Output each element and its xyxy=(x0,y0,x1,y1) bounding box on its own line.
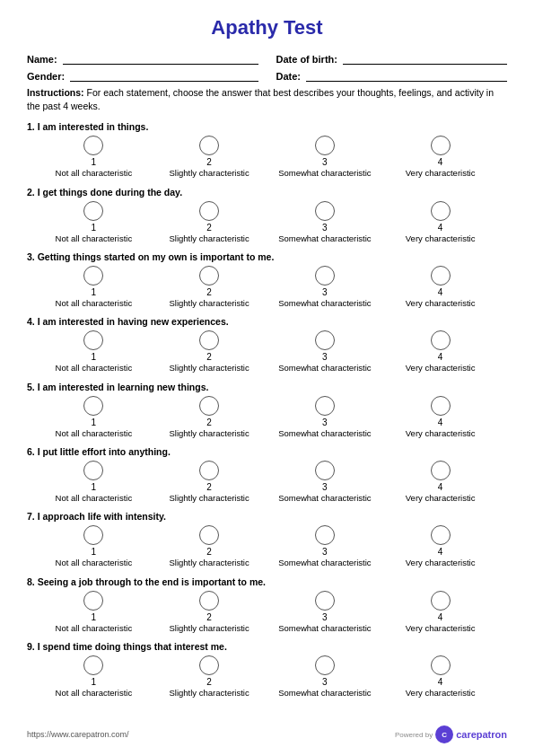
question-6-option-3: 3Somewhat characteristic xyxy=(276,461,374,504)
option-label-3: Somewhat characteristic xyxy=(278,298,371,309)
radio-q1-opt1[interactable] xyxy=(83,136,103,155)
radio-q5-opt4[interactable] xyxy=(431,396,451,416)
option-number-3: 3 xyxy=(322,612,328,622)
radio-q3-opt3[interactable] xyxy=(315,266,335,286)
radio-q6-opt3[interactable] xyxy=(315,461,335,480)
question-9-label: 9. I spend time doing things that intere… xyxy=(27,641,507,652)
radio-q7-opt4[interactable] xyxy=(431,525,451,545)
option-label-2: Slightly characteristic xyxy=(170,688,249,699)
dob-input[interactable] xyxy=(343,52,507,65)
radio-q4-opt3[interactable] xyxy=(315,330,335,350)
radio-q7-opt2[interactable] xyxy=(199,525,219,545)
question-6-option-4: 4Very characteristic xyxy=(391,461,490,504)
radio-q3-opt1[interactable] xyxy=(83,266,103,286)
option-number-1: 1 xyxy=(92,157,97,167)
question-5-option-2: 2Slightly characteristic xyxy=(160,396,258,439)
option-number-4: 4 xyxy=(438,612,443,622)
question-5-option-3: 3Somewhat characteristic xyxy=(276,396,374,439)
option-number-3: 3 xyxy=(322,157,328,167)
option-number-4: 4 xyxy=(438,547,443,557)
radio-q4-opt4[interactable] xyxy=(431,330,451,350)
radio-q9-opt2[interactable] xyxy=(199,655,219,675)
date-input[interactable] xyxy=(306,69,507,82)
radio-q2-opt3[interactable] xyxy=(315,201,335,221)
radio-q8-opt1[interactable] xyxy=(83,591,103,611)
option-number-3: 3 xyxy=(322,418,328,427)
question-8-options: 1Not all characteristic2Slightly charact… xyxy=(27,591,507,634)
radio-q3-opt2[interactable] xyxy=(199,266,219,286)
radio-q2-opt2[interactable] xyxy=(199,201,219,221)
radio-q4-opt2[interactable] xyxy=(199,330,219,350)
question-7: 7. I approach life with intensity.1Not a… xyxy=(27,511,507,568)
option-number-3: 3 xyxy=(322,287,328,297)
radio-q6-opt1[interactable] xyxy=(83,461,103,480)
option-label-4: Very characteristic xyxy=(406,493,476,504)
option-number-4: 4 xyxy=(438,287,443,297)
option-number-1: 1 xyxy=(92,418,97,427)
option-number-2: 2 xyxy=(206,612,212,622)
option-label-4: Very characteristic xyxy=(406,688,476,699)
radio-q5-opt2[interactable] xyxy=(199,396,219,416)
question-2-option-3: 3Somewhat characteristic xyxy=(276,201,374,244)
option-label-1: Not all characteristic xyxy=(56,688,133,699)
option-label-4: Very characteristic xyxy=(406,623,476,634)
question-4-options: 1Not all characteristic2Slightly charact… xyxy=(27,330,507,374)
option-number-1: 1 xyxy=(92,352,97,362)
radio-q7-opt3[interactable] xyxy=(315,525,335,545)
question-1-option-1: 1Not all characteristic xyxy=(44,136,143,179)
option-label-1: Not all characteristic xyxy=(56,428,133,439)
radio-q9-opt4[interactable] xyxy=(431,655,451,675)
radio-q3-opt4[interactable] xyxy=(431,266,451,286)
radio-q2-opt1[interactable] xyxy=(83,201,103,221)
question-8-option-3: 3Somewhat characteristic xyxy=(276,591,374,634)
option-number-3: 3 xyxy=(322,352,328,362)
radio-q5-opt3[interactable] xyxy=(315,396,335,416)
radio-q7-opt1[interactable] xyxy=(83,525,103,545)
gender-field: Gender: xyxy=(27,69,258,82)
option-number-2: 2 xyxy=(206,418,212,427)
date-field: Date: xyxy=(276,69,508,82)
question-3-label: 3. Getting things started on my own is i… xyxy=(27,251,507,262)
question-4-option-3: 3Somewhat characteristic xyxy=(276,330,374,374)
radio-q1-opt3[interactable] xyxy=(315,136,335,155)
question-1: 1. I am interested in things.1Not all ch… xyxy=(27,121,507,179)
gender-input[interactable] xyxy=(70,69,258,82)
radio-q2-opt4[interactable] xyxy=(431,201,451,221)
radio-q8-opt4[interactable] xyxy=(431,591,451,611)
option-label-1: Not all characteristic xyxy=(56,363,133,374)
radio-q1-opt2[interactable] xyxy=(199,136,219,155)
radio-q8-opt3[interactable] xyxy=(315,591,335,611)
radio-q5-opt1[interactable] xyxy=(83,396,103,416)
question-4-option-4: 4Very characteristic xyxy=(391,330,490,374)
option-number-4: 4 xyxy=(438,157,443,167)
option-number-2: 2 xyxy=(206,482,212,492)
radio-q1-opt4[interactable] xyxy=(431,136,451,155)
question-2-label: 2. I get things done during the day. xyxy=(27,187,507,198)
question-5-option-4: 4Very characteristic xyxy=(391,396,490,439)
radio-q8-opt2[interactable] xyxy=(199,591,219,611)
powered-by-text: Powered by xyxy=(395,731,433,739)
radio-q6-opt2[interactable] xyxy=(199,461,219,480)
name-dob-row: Name: Date of birth: xyxy=(27,52,507,65)
radio-q6-opt4[interactable] xyxy=(431,461,451,480)
option-label-1: Not all characteristic xyxy=(56,558,133,568)
question-1-options: 1Not all characteristic2Slightly charact… xyxy=(27,136,507,179)
question-5: 5. I am interested in learning new thing… xyxy=(27,382,507,439)
option-number-2: 2 xyxy=(206,157,212,167)
footer-url[interactable]: https://www.carepatron.com/ xyxy=(27,730,129,739)
option-label-4: Very characteristic xyxy=(406,298,476,309)
radio-q9-opt1[interactable] xyxy=(83,655,103,675)
option-number-2: 2 xyxy=(206,223,212,233)
radio-q4-opt1[interactable] xyxy=(83,330,103,350)
option-number-2: 2 xyxy=(206,352,212,362)
radio-q9-opt3[interactable] xyxy=(315,655,335,675)
question-2-option-4: 4Very characteristic xyxy=(391,201,490,244)
question-3-option-2: 2Slightly characteristic xyxy=(160,266,258,309)
option-label-3: Somewhat characteristic xyxy=(278,558,371,568)
question-7-option-4: 4Very characteristic xyxy=(391,525,490,568)
dob-field: Date of birth: xyxy=(276,52,508,65)
question-4-label: 4. I am interested in having new experie… xyxy=(27,316,507,327)
question-2: 2. I get things done during the day.1Not… xyxy=(27,187,507,244)
name-input[interactable] xyxy=(63,52,258,65)
option-number-2: 2 xyxy=(206,677,212,687)
